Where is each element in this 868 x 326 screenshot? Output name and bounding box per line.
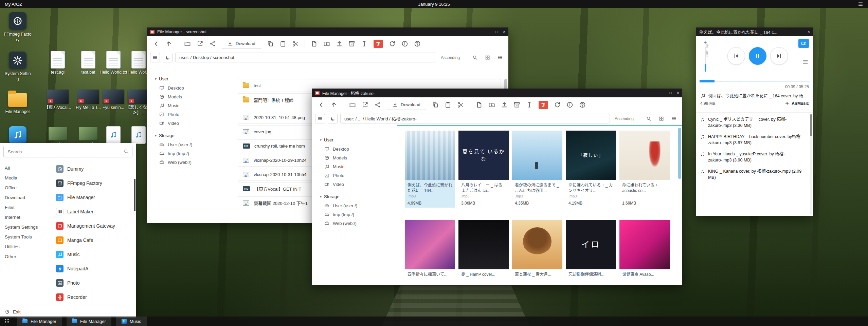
dark-mode-toggle[interactable] (328, 114, 338, 123)
sidebar-section-user[interactable]: ▾User (320, 137, 397, 142)
info-icon[interactable] (566, 101, 573, 108)
category-media[interactable]: Media (0, 173, 51, 183)
app-item-dummy[interactable]: Dummy (51, 162, 136, 176)
search-button[interactable] (470, 53, 480, 62)
app-item-music[interactable]: Music (51, 247, 136, 262)
file-tile[interactable]: 君が夜の海に還るまで _ こんにちは谷田... .mp3 4.35MB (512, 131, 562, 208)
airmusic-button[interactable]: AirMusic (785, 101, 809, 106)
open-folder-icon[interactable] (184, 40, 191, 47)
app-item-photo[interactable]: Photo (51, 276, 136, 290)
info-icon[interactable] (401, 40, 408, 47)
up-icon[interactable] (330, 101, 337, 108)
desktop-file-test-agi[interactable]: test.agi (43, 51, 72, 75)
volume-down-button[interactable]: − (700, 73, 710, 79)
copy-icon[interactable] (432, 101, 439, 108)
category-all[interactable]: All (0, 163, 51, 173)
sort-select[interactable]: Ascending (615, 116, 639, 121)
app-item-management-gateway[interactable]: Management Gateway (51, 219, 136, 233)
open-folder-icon[interactable] (349, 101, 356, 108)
list-view-button[interactable] (495, 53, 505, 62)
sidebar-item-web-drive[interactable]: Web (web:/) (320, 219, 397, 228)
app-item-file-manager[interactable]: File Manager (51, 190, 136, 205)
desktop-video-file[interactable]: ~yu kimin... (99, 90, 128, 111)
sidebar-item-user-drive[interactable]: User (user:/) (155, 140, 232, 149)
desktop-icon-ffmpeg-factory[interactable]: FFmpeg Factory (3, 12, 32, 42)
archive-icon[interactable] (513, 101, 520, 108)
minimize-button[interactable]: ─ (661, 91, 664, 95)
sidebar-item-photo[interactable]: Photo (155, 110, 232, 119)
app-item-ffmpeg-factory[interactable]: FFmpeg Factory (51, 176, 136, 190)
cut-icon[interactable] (292, 40, 299, 47)
app-item-manga-cafe[interactable]: Manga Cafe (51, 233, 136, 247)
new-file-icon[interactable] (311, 40, 318, 47)
playlist-item[interactable]: HAPPY BIRTHDAY _ back number cover. by柘榴… (696, 131, 813, 149)
help-icon[interactable] (579, 101, 586, 108)
sidebar-item-desktop[interactable]: Desktop (155, 83, 232, 92)
archive-icon[interactable] (348, 40, 355, 47)
desktop-file-test-bat[interactable]: test.bat (74, 51, 103, 75)
category-download[interactable]: Download (0, 193, 51, 203)
back-icon[interactable] (153, 40, 160, 47)
sidebar-section-storage[interactable]: ▾Storage (320, 194, 397, 199)
exit-button[interactable]: Exit (0, 306, 136, 318)
file-tile[interactable]: 薫と蓮杖 _ 青大月... (512, 220, 562, 283)
sidebar-item-web-drive[interactable]: Web (web:/) (155, 158, 232, 167)
app-item-label-maker[interactable]: Label Maker (51, 205, 136, 219)
file-tile[interactable]: 命に嫌われている + acoustic co... 1.69MB (619, 131, 670, 208)
file-tile[interactable]: 憂 _ HamP cover... (458, 220, 509, 283)
desktop-icon-system-setting[interactable]: System Setting (3, 51, 32, 82)
playlist-item[interactable]: In Your Hands _ yusukeP cover. by 柘榴-zak… (696, 149, 813, 166)
playlist-scrollbar[interactable] (810, 114, 812, 215)
taskbar-item-music[interactable]: Music (116, 317, 147, 326)
app-item-notepada[interactable]: NotepadA (51, 262, 136, 276)
desktop-icon-file-manager[interactable]: File Manager (3, 89, 32, 115)
delete-button[interactable] (374, 40, 383, 48)
next-button[interactable] (770, 47, 788, 65)
maximize-button[interactable]: □ (495, 30, 498, 34)
close-button[interactable]: × (808, 30, 810, 34)
app-item-system-setting[interactable]: System Setting (51, 304, 136, 306)
new-folder-icon[interactable] (488, 101, 495, 108)
title-bar[interactable]: File Manager - 柘榴-zakuro- ─□× (312, 89, 682, 97)
sidebar-section-user[interactable]: ▾User (155, 76, 232, 81)
file-tile[interactable]: 世覺東京 Avaso... (619, 220, 670, 283)
list-menu-button[interactable] (315, 114, 325, 123)
delete-button[interactable] (539, 101, 548, 109)
search-icon[interactable] (124, 149, 129, 154)
category-utilities[interactable]: Utilities (0, 242, 51, 252)
sidebar-item-tmp-drive[interactable]: tmp (tmp:/) (155, 149, 232, 158)
sidebar-item-music[interactable]: Music (155, 101, 232, 110)
player-menu-button[interactable] (802, 59, 809, 65)
sidebar-item-video[interactable]: Video (320, 180, 397, 189)
refresh-icon[interactable] (389, 40, 396, 47)
start-menu-scrollbar[interactable] (134, 179, 135, 211)
back-icon[interactable] (318, 101, 325, 108)
sort-select[interactable]: Ascending (441, 55, 465, 60)
minimize-button[interactable]: ─ (799, 30, 802, 34)
close-button[interactable]: × (503, 30, 505, 34)
sidebar-item-video[interactable]: Video (155, 119, 232, 128)
playlist-item[interactable]: Cynic _ ポリスピカデリー cover. by 柘榴-zakuro-.mp… (696, 114, 813, 131)
sidebar-item-user-drive[interactable]: User (user:/) (320, 201, 397, 210)
minimize-button[interactable]: ─ (487, 30, 490, 34)
file-tile[interactable]: 夏を見て いるかな 八月のレイニー _ はるまきごはん co... .mp3 3… (458, 131, 509, 208)
file-tile[interactable]: イロ 忘却慣傑伴侶演唱... (566, 220, 616, 283)
grid-view-button[interactable] (483, 53, 492, 62)
sidebar-item-music[interactable]: Music (320, 162, 397, 171)
list-view-button[interactable] (669, 114, 679, 123)
sidebar-section-storage[interactable]: ▾Storage (155, 133, 232, 138)
app-item-recorder[interactable]: Recorder (51, 290, 136, 304)
app-launcher-button[interactable] (2, 317, 12, 326)
open-external-icon[interactable] (362, 101, 368, 108)
search-button[interactable] (644, 114, 654, 123)
download-button[interactable]: Download (387, 100, 426, 110)
taskbar-item-file-manager-1[interactable]: File Manager (17, 317, 62, 326)
refresh-icon[interactable] (554, 101, 561, 108)
new-folder-icon[interactable] (323, 40, 330, 47)
category-office[interactable]: Office (0, 183, 51, 193)
sidebar-item-desktop[interactable]: Desktop (320, 145, 397, 153)
share-icon[interactable] (209, 40, 216, 47)
paste-icon[interactable] (279, 40, 286, 47)
sidebar-item-models[interactable]: Models (155, 92, 232, 101)
desktop-video-file[interactable]: 【東方Vocal... (43, 90, 72, 111)
